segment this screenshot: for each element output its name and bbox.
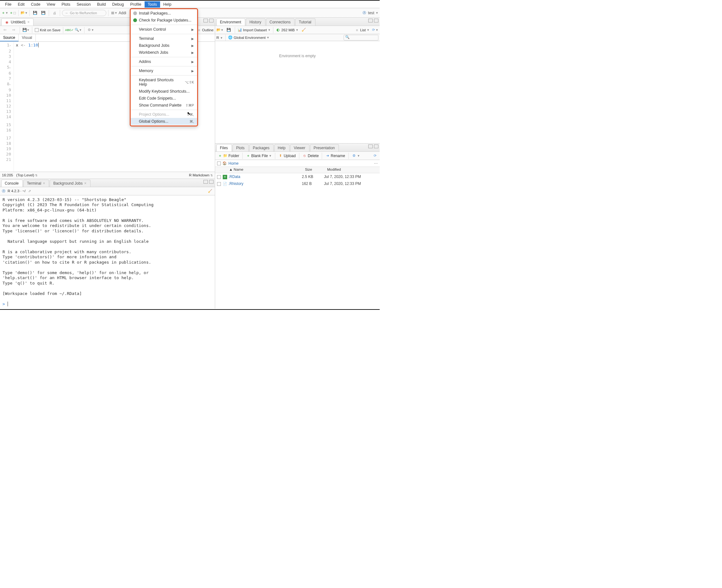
maximize-pane-icon[interactable]: [209, 180, 214, 184]
tab-plots[interactable]: Plots: [233, 144, 249, 151]
file-name[interactable]: .RData: [228, 174, 302, 179]
find-button[interactable]: 🔍▼: [75, 26, 82, 34]
clear-env-button[interactable]: 🧹: [300, 26, 307, 34]
new-blank-file-button[interactable]: ＋Blank File▼: [245, 153, 273, 159]
dd-kb-help[interactable]: Keyboard Shortcuts Help⌥⇧K: [131, 77, 197, 88]
close-tab-icon[interactable]: ×: [27, 20, 29, 24]
grid-button[interactable]: ▦▼: [111, 9, 117, 17]
scope-selector[interactable]: (Top Level) ⇅: [16, 173, 38, 177]
doc-type-selector[interactable]: R Markdown ⇅: [189, 173, 213, 177]
delete-button[interactable]: ⦸Delete: [301, 153, 320, 159]
memory-usage-button[interactable]: ◐262 MiB▼: [276, 28, 298, 32]
close-tab-icon[interactable]: ×: [43, 181, 45, 186]
lang-selector[interactable]: R ▼: [216, 36, 223, 40]
dd-memory[interactable]: Memory▶: [131, 67, 197, 74]
dd-edit-snippets[interactable]: Edit Code Snippets...: [131, 95, 197, 102]
env-search[interactable]: 🔍: [344, 35, 378, 40]
tab-environment[interactable]: Environment: [216, 18, 245, 26]
spellcheck-button[interactable]: ABC✓: [66, 26, 73, 34]
minimize-pane-icon[interactable]: [203, 180, 208, 184]
tab-presentation[interactable]: Presentation: [310, 144, 339, 151]
dd-mod-kb[interactable]: Modify Keyboard Shortcuts...: [131, 88, 197, 95]
new-project-button[interactable]: ＋⬚: [9, 9, 17, 17]
minimize-pane-icon[interactable]: [368, 19, 373, 22]
row-checkbox[interactable]: [217, 182, 221, 186]
minimize-pane-icon[interactable]: [203, 19, 208, 22]
rename-button[interactable]: ➜Rename: [324, 153, 346, 159]
print-button[interactable]: 🖨: [51, 9, 58, 17]
menu-session[interactable]: Session: [74, 1, 94, 7]
menu-view[interactable]: View: [44, 1, 59, 7]
terminal-tab[interactable]: Terminal×: [23, 180, 49, 187]
open-file-button[interactable]: 📂▼: [21, 9, 27, 17]
console-tab[interactable]: Console: [1, 180, 23, 187]
source-tab-untitled1[interactable]: ◉ Untitled1 ×: [1, 18, 34, 26]
env-selector[interactable]: 🌐Global Environment▼: [228, 36, 269, 40]
list-view-button[interactable]: ≡List▼: [355, 28, 369, 32]
maximize-pane-icon[interactable]: [374, 145, 378, 148]
dd-cmd-palette[interactable]: Show Command Palette⇧⌘P: [131, 102, 197, 109]
save-button[interactable]: 💾: [32, 9, 39, 17]
col-size[interactable]: Size: [304, 167, 326, 173]
load-workspace-button[interactable]: 📂▼: [216, 26, 223, 34]
knit-on-save-checkbox[interactable]: Knit on Save: [35, 28, 60, 32]
file-name[interactable]: .Rhistory: [228, 182, 302, 186]
save-source-button[interactable]: 💾▼: [22, 26, 29, 34]
dd-addins[interactable]: Addins▶: [131, 58, 197, 65]
tab-history[interactable]: History: [246, 18, 265, 26]
file-row[interactable]: R .RData 2.5 KB Jul 7, 2020, 12:33 PM: [215, 173, 380, 180]
menu-file[interactable]: File: [2, 1, 15, 7]
new-file-button[interactable]: ＋▼: [1, 9, 8, 17]
menu-code[interactable]: Code: [28, 1, 44, 7]
tab-help[interactable]: Help: [274, 144, 290, 151]
file-row[interactable]: 📄 .Rhistory 162 B Jul 7, 2020, 12:33 PM: [215, 180, 380, 187]
tab-tutorial[interactable]: Tutorial: [295, 18, 316, 26]
save-workspace-button[interactable]: 💾: [225, 26, 232, 34]
minimize-pane-icon[interactable]: [368, 145, 373, 148]
console-output[interactable]: R version 4.2.3 (2023-03-15) -- "Shortst…: [0, 195, 215, 309]
breadcrumb-home[interactable]: Home: [228, 161, 239, 166]
dd-install-packages[interactable]: Install Packages...: [131, 10, 197, 17]
menu-help[interactable]: Help: [160, 1, 175, 7]
gear-button[interactable]: ⚙▼: [87, 26, 94, 34]
dd-background-jobs[interactable]: Background Jobs▶: [131, 42, 197, 49]
menu-edit[interactable]: Edit: [15, 1, 28, 7]
goto-file-function[interactable]: →Go to file/function: [62, 10, 106, 16]
more-button[interactable]: ⚙▼: [350, 153, 361, 159]
tab-viewer[interactable]: Viewer: [290, 144, 309, 151]
forward-button[interactable]: ⇨: [10, 26, 17, 34]
maximize-pane-icon[interactable]: [374, 19, 378, 22]
maximize-pane-icon[interactable]: [209, 19, 214, 22]
row-checkbox[interactable]: [217, 175, 221, 179]
dd-workbench-jobs[interactable]: Workbench Jobs▶: [131, 49, 197, 56]
save-all-button[interactable]: 💾: [40, 9, 47, 17]
dd-terminal[interactable]: Terminal▶: [131, 35, 197, 42]
back-button[interactable]: ⇦: [1, 26, 8, 34]
menu-tools[interactable]: Tools: [145, 1, 160, 7]
col-name[interactable]: ▲ Name: [215, 167, 304, 173]
new-folder-button[interactable]: ＋📁Folder: [216, 153, 240, 159]
subtab-source[interactable]: Source: [0, 34, 19, 41]
dd-version-control[interactable]: Version Control▶: [131, 26, 197, 33]
popout-icon[interactable]: ⇗: [27, 189, 32, 193]
menu-plots[interactable]: Plots: [58, 1, 74, 7]
upload-button[interactable]: ⬆Upload: [277, 153, 297, 159]
home-icon[interactable]: 🏠: [222, 161, 227, 166]
bg-jobs-tab[interactable]: Background Jobs×: [50, 180, 91, 187]
dd-project-options[interactable]: Project Options...⇧⌘,: [131, 111, 197, 118]
refresh-files-button[interactable]: ⟳: [372, 152, 378, 159]
close-tab-icon[interactable]: ×: [84, 181, 86, 186]
col-modified[interactable]: Modified: [326, 167, 380, 173]
dd-global-options[interactable]: Global Options...⌘,: [131, 118, 197, 125]
import-dataset-button[interactable]: 📊Import Dataset▼: [238, 28, 270, 32]
menu-debug[interactable]: Debug: [109, 1, 127, 7]
outline-button[interactable]: ≡Outline: [197, 28, 214, 32]
refresh-env-button[interactable]: ⟳▼: [372, 26, 378, 34]
addins-label[interactable]: Addi: [119, 11, 126, 15]
menu-build[interactable]: Build: [94, 1, 109, 7]
project-selector[interactable]: Ⓡ test ▼: [362, 11, 378, 15]
clear-console-button[interactable]: 🧹: [207, 187, 214, 194]
tab-files[interactable]: Files: [216, 144, 232, 151]
select-all-checkbox[interactable]: [217, 162, 221, 165]
dd-check-updates[interactable]: Check for Package Updates...: [131, 17, 197, 24]
